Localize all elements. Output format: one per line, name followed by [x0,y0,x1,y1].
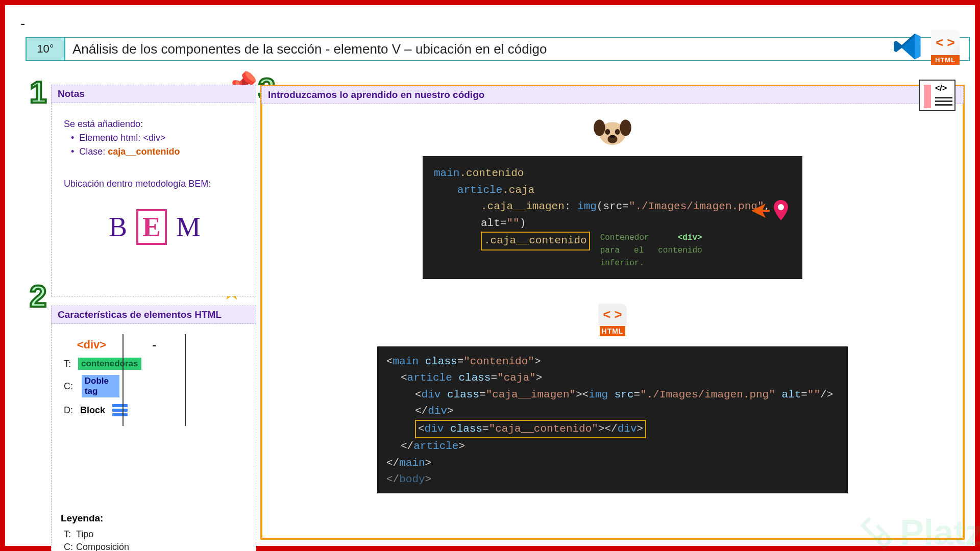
bem-label: Ubicación dentro metodología BEM: [64,177,246,191]
notas-b2-pre: Clase: [79,146,108,157]
caract-col2-tag: - [127,338,182,352]
c1l3a: .caja__imagen [481,201,565,212]
bem-row: B E M [64,209,246,245]
d-key: D: [64,405,73,416]
c1l3b: : [565,201,577,212]
c1l1a: main [434,167,459,179]
right-header: Introduzcamos lo aprendido en nuestro có… [261,86,964,104]
c1l3g: "" [506,217,519,229]
caract-box: <div> T:contenedoras C:Doble tag D:Block… [51,324,256,551]
c1l2a: article [457,184,502,196]
slide-title: Análisis de los componentes de la secció… [65,38,969,60]
left-column: Notas Se está añadiendo: • Elemento html… [51,85,256,551]
right-panel: Introduzcamos lo aprendido en nuestro có… [260,85,965,540]
c1l4-highlight: .caja__contenido [481,232,590,251]
badge-2-icon: 2 [30,279,46,314]
notas-b1-pre: Elemento html: [79,133,143,143]
c1l3h: ) [520,217,526,229]
code-block-pug: main.contenido article.caja .caja__image… [423,156,802,279]
vscode-icon [893,32,922,63]
notas-intro: Se está añadiendo: [64,117,246,131]
notas-box: Se está añadiendo: • Elemento html: <div… [51,103,256,296]
legend-tk: T: [64,529,76,540]
bem-e: E [136,209,167,245]
c-val: Doble tag [82,375,119,397]
arrow-location-icon [750,200,789,221]
c2l4-highlight: <div class="caja__contenido"></div> [415,420,646,439]
svg-point-6 [610,135,615,138]
svg-point-4 [615,129,620,135]
notas-header: Notas [51,85,256,103]
d-val: Block [80,405,105,416]
legend-title: Leyenda: [61,513,248,524]
t-key: T: [64,359,71,369]
legend: Leyenda: T:Tipo C:Composición D:Display [61,513,248,551]
legend-ck: C: [64,542,76,551]
svg-point-3 [605,129,610,135]
legend-t: Tipo [76,529,93,539]
badge-1-icon: 1 [30,74,46,110]
c1l1b: .contenido [459,167,524,179]
notas-b2-val: caja__contenido [108,146,180,157]
dash-mark: - [20,15,25,32]
slide-number: 10° [27,38,65,60]
html-icon: < > HTML [931,30,960,65]
c1l3e: "./Images/imagen.png" [629,201,764,212]
bem-b: B [105,211,131,243]
code-block-html: <main class="contenido"> <article class=… [377,346,848,493]
c1-comment: Contenedor <div> para el contenido infer… [600,232,702,269]
html-mid-icon: < > HTML [262,304,963,336]
header-icons: < > HTML [893,30,960,65]
legend-c: Composición [76,542,129,551]
svg-point-2 [620,119,631,136]
bem-m: M [172,211,205,243]
c1l3c: img [577,201,597,212]
notas-b1-tag: <div> [143,133,165,143]
title-bar: 10° Análisis de los componentes de la se… [26,37,970,61]
code-panel-icon [919,80,955,111]
c-key: C: [64,381,75,392]
caract-col1-tag: <div> [64,338,119,352]
c1l3d: (src= [597,201,629,212]
platzi-watermark: Platzi [859,512,980,551]
slide-frame: - 10° Análisis de los componentes de la … [0,0,980,551]
svg-point-1 [594,119,605,136]
pug-icon [262,116,963,151]
caract-header: Características de elementos HTML [51,306,256,324]
svg-point-7 [778,204,784,210]
c1l2b: .caja [502,184,534,196]
